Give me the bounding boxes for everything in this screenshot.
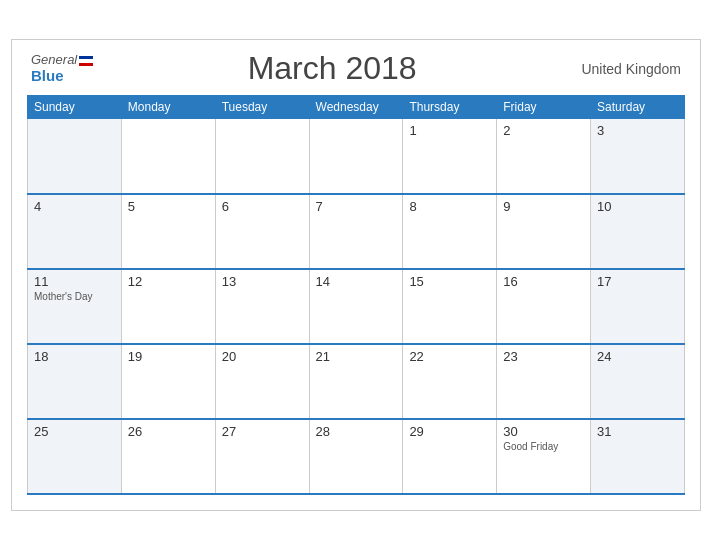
calendar-cell: 26	[121, 419, 215, 494]
calendar-cell: 25	[28, 419, 122, 494]
day-number: 17	[597, 274, 678, 289]
weekday-header-wednesday: Wednesday	[309, 96, 403, 119]
calendar-cell: 6	[215, 194, 309, 269]
day-number: 21	[316, 349, 397, 364]
calendar-cell: 13	[215, 269, 309, 344]
day-number: 3	[597, 123, 678, 138]
day-number: 8	[409, 199, 490, 214]
calendar-cell: 2	[497, 119, 591, 194]
day-number: 7	[316, 199, 397, 214]
day-number: 4	[34, 199, 115, 214]
calendar-country: United Kingdom	[571, 61, 681, 77]
calendar: General Blue March 2018 United Kingdom S…	[11, 39, 701, 511]
calendar-cell: 19	[121, 344, 215, 419]
calendar-grid: SundayMondayTuesdayWednesdayThursdayFrid…	[27, 95, 685, 495]
weekday-header-friday: Friday	[497, 96, 591, 119]
day-number: 23	[503, 349, 584, 364]
day-number: 1	[409, 123, 490, 138]
week-row-1: 123	[28, 119, 685, 194]
calendar-cell	[28, 119, 122, 194]
logo: General Blue	[31, 53, 93, 84]
day-number: 30	[503, 424, 584, 439]
day-number: 24	[597, 349, 678, 364]
day-number: 19	[128, 349, 209, 364]
calendar-cell: 3	[591, 119, 685, 194]
calendar-cell: 21	[309, 344, 403, 419]
calendar-cell	[215, 119, 309, 194]
calendar-cell: 15	[403, 269, 497, 344]
day-number: 13	[222, 274, 303, 289]
calendar-cell: 4	[28, 194, 122, 269]
calendar-cell: 27	[215, 419, 309, 494]
day-number: 27	[222, 424, 303, 439]
calendar-cell: 17	[591, 269, 685, 344]
calendar-cell: 10	[591, 194, 685, 269]
calendar-cell: 31	[591, 419, 685, 494]
calendar-cell: 18	[28, 344, 122, 419]
day-number: 25	[34, 424, 115, 439]
calendar-header: General Blue March 2018 United Kingdom	[27, 50, 685, 87]
calendar-cell: 28	[309, 419, 403, 494]
day-number: 12	[128, 274, 209, 289]
day-number: 10	[597, 199, 678, 214]
day-number: 26	[128, 424, 209, 439]
logo-flag	[79, 56, 93, 66]
week-row-2: 45678910	[28, 194, 685, 269]
day-number: 31	[597, 424, 678, 439]
calendar-cell: 11Mother's Day	[28, 269, 122, 344]
day-number: 2	[503, 123, 584, 138]
day-number: 14	[316, 274, 397, 289]
calendar-title: March 2018	[93, 50, 571, 87]
weekday-header-saturday: Saturday	[591, 96, 685, 119]
calendar-cell: 5	[121, 194, 215, 269]
day-number: 9	[503, 199, 584, 214]
calendar-cell: 12	[121, 269, 215, 344]
calendar-cell: 7	[309, 194, 403, 269]
calendar-cell: 22	[403, 344, 497, 419]
calendar-cell	[309, 119, 403, 194]
day-number: 28	[316, 424, 397, 439]
calendar-cell: 20	[215, 344, 309, 419]
day-number: 5	[128, 199, 209, 214]
calendar-cell: 14	[309, 269, 403, 344]
calendar-cell: 24	[591, 344, 685, 419]
calendar-cell: 8	[403, 194, 497, 269]
day-number: 6	[222, 199, 303, 214]
calendar-cell: 16	[497, 269, 591, 344]
weekday-header-tuesday: Tuesday	[215, 96, 309, 119]
day-number: 29	[409, 424, 490, 439]
weekday-header-monday: Monday	[121, 96, 215, 119]
weekday-header-sunday: Sunday	[28, 96, 122, 119]
day-number: 15	[409, 274, 490, 289]
week-row-4: 18192021222324	[28, 344, 685, 419]
week-row-3: 11Mother's Day121314151617	[28, 269, 685, 344]
day-number: 20	[222, 349, 303, 364]
day-number: 16	[503, 274, 584, 289]
day-number: 22	[409, 349, 490, 364]
day-event: Good Friday	[503, 441, 584, 452]
calendar-cell: 30Good Friday	[497, 419, 591, 494]
weekday-header-row: SundayMondayTuesdayWednesdayThursdayFrid…	[28, 96, 685, 119]
day-event: Mother's Day	[34, 291, 115, 302]
calendar-cell: 1	[403, 119, 497, 194]
calendar-cell: 9	[497, 194, 591, 269]
week-row-5: 252627282930Good Friday31	[28, 419, 685, 494]
calendar-cell: 29	[403, 419, 497, 494]
calendar-cell: 23	[497, 344, 591, 419]
calendar-cell	[121, 119, 215, 194]
day-number: 11	[34, 274, 115, 289]
day-number: 18	[34, 349, 115, 364]
logo-general-text: General	[31, 53, 93, 67]
logo-blue-text: Blue	[31, 68, 93, 85]
weekday-header-thursday: Thursday	[403, 96, 497, 119]
